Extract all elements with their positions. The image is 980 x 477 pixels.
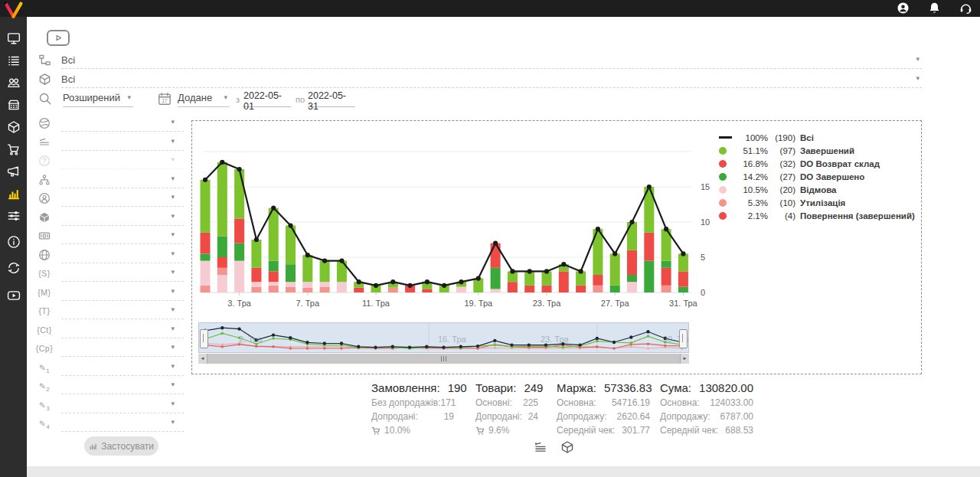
filter-select-box-filled[interactable]: ▾ [61, 210, 184, 226]
legend-percent: 16.8% [734, 159, 768, 168]
filter-select-levels[interactable]: ▾ [61, 135, 184, 151]
filter-select-manager[interactable]: ▾ [61, 191, 184, 207]
sidebar-item-supply-cart[interactable] [0, 138, 27, 160]
filter-select-money[interactable]: ▾ [61, 228, 184, 244]
topbar [0, 0, 980, 17]
chart-scrollbar[interactable]: ◄ ► [198, 354, 689, 364]
date-to-input[interactable]: 2022-05-31 [308, 90, 355, 107]
list-chart-icon[interactable] [534, 440, 547, 454]
filter-select-pencil-4[interactable]: ▾ [61, 416, 184, 432]
filter-select-brace-cp[interactable]: ▾ [61, 341, 184, 357]
legend-dot-swatch [719, 199, 734, 207]
filter-select-pencil-1[interactable]: ▾ [61, 360, 184, 376]
filter-select-pencil-2[interactable]: ▾ [61, 378, 184, 394]
filter-row-sitemap: ▾ [34, 172, 184, 191]
sidebar-item-monitor[interactable] [0, 27, 27, 49]
search-mode-select[interactable]: Розширений ▾ [63, 90, 133, 107]
chart-plot[interactable]: 0510153. Тра7. Тра11. Тра19. Тра23. Тра2… [194, 123, 722, 314]
legend-item[interactable]: 16.8%(32)DO Возврат склад [719, 157, 915, 170]
user-profile-icon[interactable] [897, 2, 910, 15]
sidebar-item-sync[interactable] [0, 256, 27, 279]
sidebar-item-info[interactable] [0, 230, 27, 253]
stat-title-label: Сума: [660, 381, 691, 394]
sidebar-item-video[interactable] [0, 284, 27, 306]
date-type-select[interactable]: Додане ▾ [178, 90, 230, 107]
legend-item[interactable]: 14.2%(27)DO Завершено [719, 170, 915, 183]
upsell-percent-row: 10.0% [371, 425, 454, 436]
legend-percent: 51.1% [734, 146, 768, 155]
video-tutorial-button[interactable] [47, 30, 70, 46]
svg-text:3. Тра: 3. Тра [227, 299, 251, 308]
sidebar-item-store[interactable] [0, 93, 27, 116]
legend-item[interactable]: 100%(190)Всі [719, 131, 915, 144]
scroll-left-arrow[interactable]: ◄ [198, 354, 207, 364]
navigator-handle-right[interactable] [679, 329, 688, 348]
globe-swirl-icon [34, 116, 55, 129]
stat-title-label: Товари: [475, 381, 516, 394]
filter-select-globe-swirl[interactable]: ▾ [61, 116, 184, 132]
sitemap-icon [34, 172, 55, 186]
stat-row-label: Середній чек: [660, 425, 718, 436]
filter-select-brace-m[interactable]: ▾ [61, 285, 184, 301]
filter-select-brace-ct[interactable]: ▾ [61, 322, 184, 338]
sidebar-item-products-box[interactable] [0, 116, 27, 138]
scroll-thumb[interactable] [207, 354, 681, 364]
filter-select-question[interactable]: ▾ [61, 153, 184, 169]
legend-item[interactable]: 10.5%(20)Відмова [719, 183, 915, 196]
search-icon [38, 92, 52, 106]
box-toggle-icon[interactable] [560, 440, 574, 454]
stat-column: Замовлення:190Без допродажів:171Допродан… [371, 381, 454, 436]
filter-row-levels: ▾ [34, 135, 184, 154]
filter-row-question: ▾ [34, 153, 184, 172]
sidebar-item-megaphone[interactable] [0, 160, 27, 182]
stat-row-label: Основна: [660, 397, 700, 408]
notifications-icon[interactable] [928, 2, 941, 15]
legend-item[interactable]: 5.3%(10)Утилізація [719, 196, 915, 209]
sidebar-item-sliders[interactable] [0, 204, 27, 227]
orders-chart: 0510153. Тра7. Тра11. Тра19. Тра23. Тра2… [191, 120, 922, 374]
stat-column: Товари:249Основні:225Допродані:249.6% [475, 381, 538, 436]
filter-row-manager: ▾ [34, 191, 184, 210]
legend-item[interactable]: 51.1%(97)Завершений [719, 144, 915, 157]
legend-percent: 14.2% [734, 172, 768, 181]
filter-select-sitemap[interactable]: ▾ [61, 172, 184, 188]
filter-select-globe[interactable]: ▾ [61, 247, 184, 263]
sidebar-item-users[interactable] [0, 71, 27, 93]
cart-icon [371, 426, 381, 436]
filter-select-brace-s[interactable]: ▾ [61, 266, 184, 282]
legend-percent: 2.1% [734, 211, 768, 221]
scroll-right-arrow[interactable]: ► [681, 354, 689, 364]
manager-icon [34, 191, 55, 204]
filter-select-pencil-3[interactable]: ▾ [61, 397, 184, 413]
legend-dot-swatch [719, 186, 734, 194]
filter-row-globe-swirl: ▾ [34, 116, 184, 135]
sidebar-item-orders-list[interactable] [0, 49, 27, 71]
legend-item[interactable]: 2.1%(4)Повернення (завершений) [719, 209, 915, 222]
legend-percent: 100% [734, 133, 768, 142]
stat-row-label: Основна: [557, 397, 596, 408]
stat-title-value: 249 [524, 381, 543, 394]
filter-select-brace-t[interactable]: ▾ [61, 303, 184, 319]
chevron-down-icon: ▾ [171, 250, 175, 257]
box-filled-icon [34, 210, 55, 224]
cart-icon [475, 426, 485, 436]
levels-icon [34, 135, 55, 149]
sidebar-item-analytics-chart[interactable] [0, 182, 27, 204]
date-from-input[interactable]: 2022-05-01 [243, 90, 291, 107]
apply-button[interactable]: Застосувати [84, 436, 158, 456]
support-icon[interactable] [959, 2, 972, 15]
pencil-1-icon: ✎1 [34, 360, 55, 374]
category-select-value: Всі [61, 54, 75, 66]
product-select[interactable]: Всі ▾ [61, 71, 922, 88]
stat-row: Допродані:19 [371, 411, 454, 422]
chart-navigator[interactable]: 2. Тра16. Тра23. Тра30. Тра [198, 322, 689, 353]
category-select[interactable]: Всі ▾ [61, 52, 922, 69]
legend-percent: 10.5% [734, 185, 768, 194]
legend-label: DO Завершено [800, 172, 864, 181]
svg-text:11. Тра: 11. Тра [362, 299, 390, 308]
chevron-down-icon: ▾ [171, 400, 175, 407]
legend-count: (4) [768, 211, 795, 221]
navigator-handle-left[interactable] [200, 329, 208, 348]
app-logo-icon[interactable] [3, 1, 24, 20]
upsell-percent: 9.6% [488, 425, 509, 436]
